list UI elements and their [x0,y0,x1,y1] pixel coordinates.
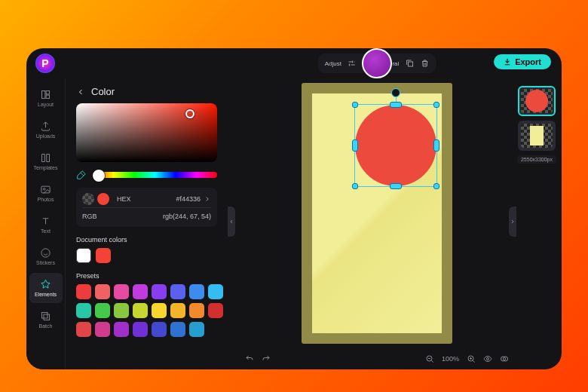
rail-label: Uploads [36,133,56,139]
preset-swatch[interactable] [152,284,167,299]
undo-icon[interactable] [245,354,254,363]
rail-item-uploads[interactable]: Uploads [29,115,63,145]
resize-handle-bl[interactable] [352,183,358,189]
canvas-area[interactable]: Adjust General [245,78,509,348]
color-readout: HEX #f44336 RGB rgb(244, 67, 54) [76,188,217,227]
preset-swatch[interactable] [208,284,223,299]
preset-swatch[interactable] [170,322,185,337]
preset-swatch[interactable] [133,284,148,299]
resize-handle-mr[interactable] [433,139,439,152]
saturation-value-picker[interactable] [76,103,217,162]
chevron-right-icon[interactable] [204,195,211,203]
selection-box[interactable] [354,104,437,187]
svg-point-5 [41,249,50,257]
preset-swatch[interactable] [114,284,129,299]
rail-label: Layout [38,102,54,107]
download-icon [504,58,511,66]
rail-label: Batch [39,323,53,329]
page[interactable] [312,93,442,333]
resize-handle-mt[interactable] [390,102,402,108]
panel-title: Color [91,86,115,97]
resize-handle-tr[interactable] [433,102,439,108]
presets-title: Presets [76,272,217,280]
preset-swatch[interactable] [95,284,110,299]
preset-swatch[interactable] [208,303,223,318]
left-rail: Layout Uploads Templates Photos Text Sti… [26,78,66,369]
visibility-icon[interactable] [483,354,492,363]
elements-icon [40,279,51,290]
resize-handle-ml[interactable] [352,139,358,152]
svg-rect-8 [408,62,412,66]
eyedropper-icon[interactable] [76,170,87,180]
redo-icon[interactable] [262,354,271,363]
svg-point-11 [487,358,489,360]
layer-thumb-circle[interactable] [518,86,556,116]
hex-value[interactable]: #f44336 [176,195,201,203]
back-icon[interactable] [76,87,85,96]
doc-color-swatch[interactable] [96,248,111,263]
rail-item-stickers[interactable]: Stickers [29,241,63,271]
preset-swatch[interactable] [95,322,110,337]
rail-item-elements[interactable]: Elements [29,273,63,303]
zoom-out-icon[interactable] [425,354,434,363]
highlight-marker [362,48,392,78]
resize-handle-mb[interactable] [390,183,402,189]
preset-swatch[interactable] [189,322,204,337]
sv-cursor[interactable] [185,109,194,118]
artboard[interactable] [302,83,452,344]
resize-handle-br[interactable] [433,183,439,189]
photos-icon [40,184,51,195]
layer-thumb-page[interactable] [518,121,556,151]
layers-panel: 2550x3300px [516,86,557,164]
export-button[interactable]: Export [494,54,551,69]
collapse-panel-right[interactable] [509,207,516,237]
resize-handle-tl[interactable] [352,102,358,108]
upload-icon [40,121,51,132]
preset-swatch[interactable] [76,303,91,318]
preset-swatch[interactable] [76,284,91,299]
rgb-label: RGB [82,213,97,220]
preset-swatch[interactable] [133,303,148,318]
shape-circle[interactable] [355,105,436,186]
ctx-adjust-label[interactable]: Adjust [322,60,345,67]
rail-item-batch[interactable]: Batch [29,305,63,335]
status-bar: 100% [245,350,509,368]
preset-swatch[interactable] [170,303,185,318]
rail-label: Templates [34,165,58,170]
preset-swatch[interactable] [152,322,167,337]
preset-swatch[interactable] [189,284,204,299]
ctx-sliders-icon[interactable] [345,56,360,71]
app-logo[interactable]: P [35,54,55,73]
preset-swatch[interactable] [95,303,110,318]
ctx-delete-icon[interactable] [417,56,432,71]
ctx-duplicate-icon[interactable] [402,56,417,71]
current-swatch[interactable] [97,193,109,205]
top-bar: P Export [26,48,562,78]
presets-grid [76,284,217,337]
preset-swatch[interactable] [114,303,129,318]
zoom-in-icon[interactable] [467,354,476,363]
rail-item-templates[interactable]: Templates [29,146,63,176]
panel-header: Color [76,86,217,97]
preset-swatch[interactable] [76,322,91,337]
preset-swatch[interactable] [114,322,129,337]
zoom-value[interactable]: 100% [442,355,459,363]
transparency-swatch[interactable] [82,193,94,205]
rail-label: Stickers [36,260,55,265]
hue-slider[interactable] [93,172,217,178]
rgb-value[interactable]: rgb(244, 67, 54) [163,213,211,220]
rail-item-photos[interactable]: Photos [29,178,63,208]
compare-icon[interactable] [500,354,509,363]
preset-swatch[interactable] [133,322,148,337]
collapse-panel-left[interactable] [228,207,235,237]
batch-icon [40,311,51,322]
doc-color-swatch[interactable] [76,248,91,263]
rotate-handle[interactable] [391,88,400,97]
preset-swatch[interactable] [152,303,167,318]
canvas-dimensions: 2550x3300px [517,155,556,164]
rail-item-text[interactable]: Text [29,210,63,240]
rail-item-layout[interactable]: Layout [29,83,63,113]
preset-swatch[interactable] [170,284,185,299]
svg-rect-0 [42,91,45,99]
preset-swatch[interactable] [189,303,204,318]
